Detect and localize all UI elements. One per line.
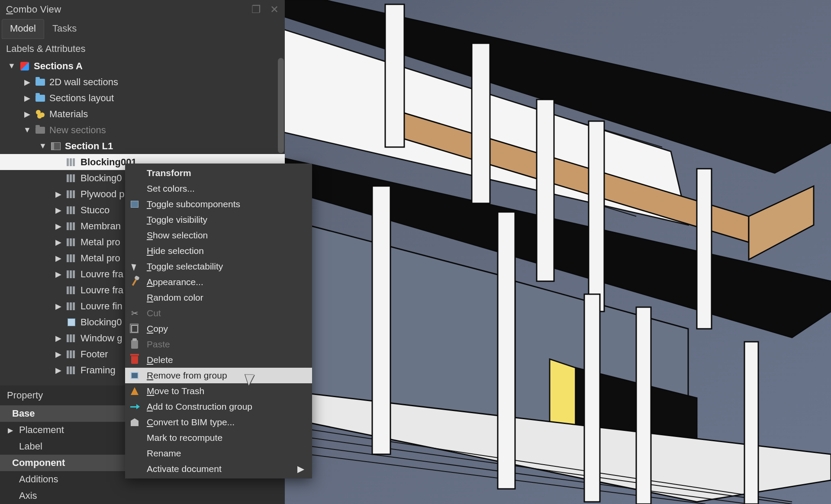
menu-item-icon [129,406,140,408]
context-menu-item[interactable]: Appearance... [125,274,312,290]
tree-item-icon [51,141,61,151]
tree-item[interactable]: ▶Materials [0,106,285,122]
tree-caret-icon[interactable]: ▶ [55,222,62,231]
tree-item-icon [35,109,45,119]
tab-tasks[interactable]: Tasks [44,19,85,39]
tree-item-label: Stucco [81,205,110,216]
submenu-arrow-icon: ▶ [297,464,304,474]
context-menu-item[interactable]: Convert to BIM type... [125,414,312,430]
tree-caret-icon[interactable]: ▼ [39,141,47,151]
tree-item-icon [67,189,76,199]
context-menu-item[interactable]: Remove from group [125,368,312,383]
menu-item-icon [129,387,140,395]
close-icon[interactable]: ✕ [270,3,279,15]
context-menu-item[interactable]: Random color [125,290,312,305]
context-menu-item[interactable]: Add to Construction group [125,399,312,414]
tree-item-label: Framing0 [81,381,121,382]
tree-item[interactable]: ▼Sections A [0,58,285,74]
tree-caret-icon[interactable]: ▶ [23,109,31,119]
tree-item-label: Sections A [34,61,83,72]
context-menu-item[interactable]: Activate document▶ [125,461,312,477]
viewport-model-icon [273,0,831,504]
menu-item-label: Hide selection [147,246,304,256]
context-menu-item[interactable]: Delete [125,352,312,368]
context-menu-item[interactable]: Transform [125,165,312,181]
svg-rect-24 [372,186,390,454]
tree-item[interactable]: ▶Sections layout [0,90,285,106]
tree-caret-icon[interactable]: ▶ [23,77,31,87]
menu-item-icon [129,372,140,379]
panel-window-controls: ❐ ✕ [245,3,279,16]
tree-scrollbar[interactable] [278,58,284,153]
context-menu-item[interactable]: Toggle visibility [125,212,312,228]
context-menu-item[interactable]: Show selection [125,228,312,243]
tree-item-icon [67,222,76,231]
context-menu-item[interactable]: Mark to recompute [125,430,312,446]
menu-item-label: Paste [147,339,304,350]
restore-icon[interactable]: ❐ [251,3,261,15]
tree-caret-icon[interactable]: ▶ [55,205,62,215]
property-label: Base [12,408,35,419]
tree-item-icon [67,270,76,279]
context-menu-item: ✂Cut [125,305,312,321]
context-menu-item[interactable]: Move to Trash [125,383,312,399]
menu-item-label: Rename [147,448,304,459]
tree-caret-icon[interactable]: ▶ [55,366,62,375]
tree-item-icon [35,93,45,103]
tree-item-label: Louvre fra [81,285,123,296]
tree-caret-icon[interactable]: ▶ [55,382,62,382]
tree-item-label: Membran [81,221,121,232]
tree-caret-icon[interactable]: ▶ [23,93,31,103]
menu-item-label: Move to Trash [147,386,304,396]
tree-caret-icon[interactable]: ▶ [55,302,62,311]
property-label: Additions [19,474,58,485]
menu-item-label: Toggle subcomponents [147,199,304,209]
property-row[interactable]: Axis [0,488,285,504]
svg-rect-29 [636,307,651,504]
context-menu-item[interactable]: Rename [125,446,312,461]
tree-caret-icon[interactable]: ▶ [55,238,62,247]
menu-item-label: Appearance... [147,277,304,287]
tree-item-icon [67,205,76,215]
tree-item[interactable]: ▼Section L1 [0,138,285,154]
menu-item-label: Cut [147,308,304,318]
tab-model[interactable]: Model [2,19,44,39]
svg-rect-25 [498,212,515,489]
tree-item-icon [67,286,76,295]
menu-item-label: Mark to recompute [147,433,304,443]
tree-caret-icon[interactable]: ▶ [55,334,62,343]
svg-rect-30 [697,169,712,329]
menu-item-label: Toggle visibility [147,215,304,225]
tree-item-icon [67,302,76,311]
tree-item-icon [67,157,76,167]
tree-caret-icon[interactable]: ▼ [8,61,16,71]
menu-item-label: Delete [147,355,304,365]
tree-item[interactable]: ▶2D wall sections [0,74,285,90]
tree-caret-icon[interactable]: ▶ [55,270,62,279]
property-label: Axis [19,490,37,501]
tree-item-icon [67,238,76,247]
svg-rect-28 [584,294,600,502]
tree-caret-icon[interactable]: ▶ [55,254,62,263]
tree-item-icon [35,125,45,135]
tree-item-icon [67,334,76,343]
context-menu-item[interactable]: Copy [125,321,312,337]
tree-item[interactable]: ▼New sections [0,122,285,138]
svg-rect-26 [537,100,554,281]
tree-caret-icon[interactable]: ▶ [55,189,62,199]
svg-marker-11 [749,186,814,260]
menu-item-label: Convert to BIM type... [147,417,304,427]
context-menu-item[interactable]: Hide selection [125,243,312,259]
context-menu-item[interactable]: Toggle subcomponents [125,196,312,212]
tree-caret-icon[interactable]: ▼ [23,125,31,135]
tree-caret-icon[interactable]: ▶ [55,350,62,359]
context-menu-item[interactable]: Toggle selectability [125,259,312,274]
expand-caret-icon[interactable]: ▶ [8,426,14,434]
menu-item-icon [129,356,140,364]
tree-item-label: Plywood p [81,189,125,200]
tree-item-label: Louvre fra [81,269,123,280]
tree-item-label: Metal pro [81,237,120,248]
context-menu-item[interactable]: Set colors... [125,181,312,196]
tree-item-label: New sections [49,125,106,136]
property-label: Label [19,441,42,452]
